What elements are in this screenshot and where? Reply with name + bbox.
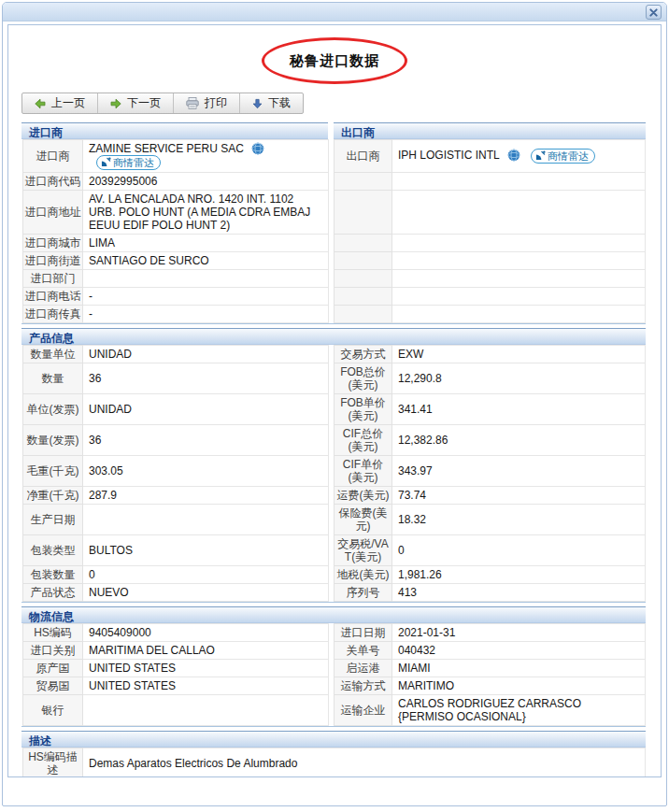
arrow-right-icon bbox=[110, 98, 121, 109]
field-label bbox=[334, 235, 392, 252]
field-value bbox=[392, 173, 646, 191]
radar-icon bbox=[535, 150, 546, 161]
business-radar-badge[interactable]: 商情雷达 bbox=[96, 155, 161, 170]
business-radar-badge[interactable]: 商情雷达 bbox=[531, 149, 595, 164]
description-table: HS编码描述Demas Aparatos Electricos De Alumb… bbox=[22, 748, 646, 777]
field-label bbox=[334, 270, 392, 288]
exporter-section-header: 出口商 bbox=[334, 122, 646, 139]
business-radar-label: 商情雷达 bbox=[548, 150, 589, 163]
download-button[interactable]: 下载 bbox=[240, 93, 303, 113]
field-value bbox=[392, 235, 646, 252]
field-label: 进口商代码 bbox=[23, 173, 83, 191]
field-value: 0 bbox=[392, 535, 646, 566]
field-value bbox=[83, 270, 329, 288]
printer-icon bbox=[186, 97, 199, 109]
prev-page-button[interactable]: 上一页 bbox=[22, 93, 98, 113]
field-label: 地税(美元) bbox=[334, 566, 392, 584]
description-section: 描述 HS编码描述Demas Aparatos Electricos De Al… bbox=[21, 731, 646, 777]
field-label bbox=[334, 191, 392, 235]
arrow-down-icon bbox=[252, 98, 263, 109]
field-value: 18.32 bbox=[392, 505, 646, 535]
field-label: 进口日期 bbox=[334, 624, 392, 642]
field-label: 生产日期 bbox=[23, 505, 83, 535]
table-row: 进口商地址AV. LA ENCALADA NRO. 1420 INT. 1102… bbox=[23, 191, 646, 235]
field-value: 341.41 bbox=[392, 394, 646, 425]
next-page-button[interactable]: 下一页 bbox=[98, 93, 174, 113]
table-row: 数量单位UNIDAD交易方式EXW bbox=[23, 346, 646, 363]
field-value: Demas Aparatos Electricos De Alumbrado bbox=[83, 748, 646, 778]
field-label: 运费(美元) bbox=[334, 487, 392, 505]
field-label: 进口商传真 bbox=[23, 306, 83, 323]
field-label: 净重(千克) bbox=[23, 487, 83, 505]
radar-icon bbox=[101, 157, 111, 167]
field-value: 36 bbox=[83, 363, 329, 394]
logistics-table: HS编码9405409000进口日期2021-01-31 进口关别MARITIM… bbox=[22, 623, 646, 726]
field-label: 序列号 bbox=[334, 584, 392, 602]
field-value: EXW bbox=[392, 346, 646, 363]
product-info-table: 数量单位UNIDAD交易方式EXW 数量36FOB总价(美元)12,290.8 … bbox=[22, 345, 646, 602]
field-label: 数量单位 bbox=[23, 346, 83, 363]
field-value: - bbox=[83, 306, 329, 323]
field-label bbox=[334, 173, 392, 191]
field-value: 0 bbox=[83, 566, 329, 584]
field-value: UNITED STATES bbox=[83, 660, 329, 677]
highlight-ellipse: 秘鲁进口数据 bbox=[262, 37, 407, 84]
field-value: 9405409000 bbox=[83, 624, 329, 642]
table-row: 贸易国UNITED STATES运输方式MARITIMO bbox=[23, 677, 646, 695]
field-label: 贸易国 bbox=[23, 677, 83, 695]
field-label: 出口商 bbox=[334, 140, 392, 173]
close-button[interactable] bbox=[646, 5, 662, 20]
table-row: 产品状态NUEVO序列号413 bbox=[23, 584, 646, 602]
importer-section-header: 进口商 bbox=[21, 122, 328, 139]
importer-exporter-table: 进口商 ZAMINE SERVICE PERU SAC bbox=[22, 139, 646, 323]
field-label: 进口部门 bbox=[23, 270, 83, 288]
field-value: 040432 bbox=[392, 642, 646, 660]
table-row: 进口商城市LIMA bbox=[23, 235, 646, 252]
field-label: 数量(发票) bbox=[23, 425, 83, 456]
exporter-name: IPH LOGISTIC INTL bbox=[398, 149, 499, 162]
next-page-label: 下一页 bbox=[127, 95, 161, 111]
field-label: 启运港 bbox=[334, 660, 392, 677]
table-row: HS编码描述Demas Aparatos Electricos De Alumb… bbox=[23, 748, 646, 778]
field-value bbox=[392, 288, 646, 306]
globe-icon[interactable] bbox=[251, 142, 264, 155]
table-row: 进口商街道SANTIAGO DE SURCO bbox=[23, 252, 646, 270]
field-label: HS编码 bbox=[23, 624, 83, 642]
field-value: MARITIMA DEL CALLAO bbox=[83, 642, 329, 660]
table-row: 进口商传真- bbox=[23, 306, 646, 323]
table-row: 进口部门 bbox=[23, 270, 646, 288]
field-label: 进口商城市 bbox=[23, 235, 83, 252]
window-titlebar bbox=[3, 3, 666, 21]
field-label bbox=[334, 306, 392, 323]
field-value: UNITED STATES bbox=[83, 677, 329, 695]
globe-icon[interactable] bbox=[507, 149, 520, 162]
field-value bbox=[392, 306, 646, 323]
arrow-left-icon bbox=[35, 98, 46, 109]
field-label: 关单号 bbox=[334, 642, 392, 660]
field-label: FOB总价(美元) bbox=[334, 363, 392, 394]
field-value bbox=[83, 695, 329, 726]
field-value: 1,981.26 bbox=[392, 566, 646, 584]
field-value: LIMA bbox=[83, 235, 329, 252]
field-value bbox=[392, 252, 646, 270]
field-label: 单位(发票) bbox=[23, 394, 83, 425]
table-row: 进口商代码20392995006 bbox=[23, 173, 646, 191]
importer-exporter-section: 进口商 出口商 进口商 ZAMINE SERVICE PERU SAC bbox=[21, 122, 646, 324]
product-info-section: 产品信息 数量单位UNIDAD交易方式EXW 数量36FOB总价(美元)12,2… bbox=[21, 328, 646, 603]
field-value: NUEVO bbox=[83, 584, 329, 602]
field-value: UNIDAD bbox=[83, 394, 329, 425]
field-label: 进口商电话 bbox=[23, 288, 83, 306]
print-button[interactable]: 打印 bbox=[174, 93, 240, 113]
table-row: 数量36FOB总价(美元)12,290.8 bbox=[23, 363, 646, 394]
field-label: 运输企业 bbox=[334, 695, 392, 726]
field-label: 交易方式 bbox=[334, 346, 392, 363]
field-value bbox=[83, 505, 329, 535]
field-value: 413 bbox=[392, 584, 646, 602]
field-value: BULTOS bbox=[83, 535, 329, 566]
field-value: 73.74 bbox=[392, 487, 646, 505]
field-value bbox=[392, 270, 646, 288]
field-value: CARLOS RODRIGUEZ CARRASCO {PERMISO OCASI… bbox=[392, 695, 646, 726]
table-row: 毛重(千克)303.05CIF单价(美元)343.97 bbox=[23, 456, 646, 487]
field-label: 毛重(千克) bbox=[23, 456, 83, 487]
field-label: CIF单价(美元) bbox=[334, 456, 392, 487]
